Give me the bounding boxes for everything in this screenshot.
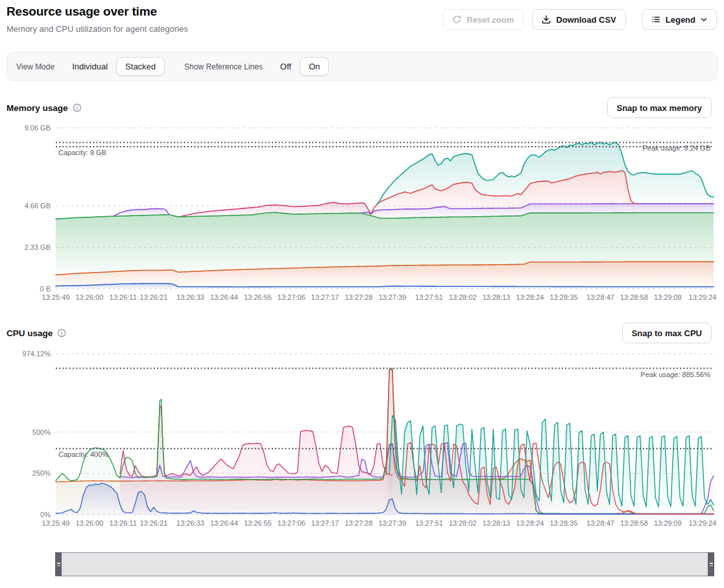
x-tick-label: 13:27:17: [311, 519, 339, 527]
reference-line-label: Capacity: 400%: [58, 450, 108, 458]
x-tick-label: 13:27:39: [378, 293, 406, 301]
page-title: Resource usage over time: [6, 5, 157, 19]
y-tick-label: 0 B: [40, 285, 51, 293]
reference-lines-label: Show Reference Lines: [184, 62, 263, 71]
x-tick-label: 13:27:39: [378, 519, 406, 527]
reference-lines-on[interactable]: On: [300, 57, 329, 76]
download-csv-label: Download CSV: [556, 15, 616, 25]
download-icon: [542, 15, 551, 24]
memory-section-title: Memory usage: [6, 103, 68, 113]
x-tick-label: 13:28:47: [586, 293, 614, 301]
x-tick-label: 13:27:51: [415, 519, 443, 527]
download-csv-button[interactable]: Download CSV: [532, 9, 625, 30]
x-tick-label: 13:29:09: [654, 293, 682, 301]
view-mode-label: View Mode: [16, 62, 54, 71]
dashboard: Resource usage over time Memory and CPU …: [0, 0, 724, 588]
cpu-section-title: CPU usage: [6, 328, 53, 338]
series: [56, 369, 714, 515]
x-tick-label: 13:28:24: [516, 519, 544, 527]
memory-section-header: Memory usage Snap to max memory: [6, 97, 712, 118]
x-tick-label: 13:29:24: [689, 519, 717, 527]
y-tick-label: 250%: [32, 469, 51, 477]
y-tick-label: 9.06 GB: [25, 124, 51, 132]
cpu-section-header: CPU usage Snap to max CPU: [6, 323, 712, 343]
y-tick-label: 4.66 GB: [25, 202, 51, 210]
reference-lines-off[interactable]: Off: [272, 58, 300, 75]
x-tick-label: 13:26:55: [244, 519, 272, 527]
x-tick-label: 13:28:35: [549, 293, 577, 301]
reference-line-label: Peak usage: 8.24 GB: [642, 144, 710, 152]
reference-line-label: Capacity: 8 GB: [58, 149, 106, 156]
x-tick-label: 13:28:13: [483, 519, 511, 527]
list-icon: [651, 15, 660, 24]
brush-handle-left[interactable]: [55, 552, 62, 576]
x-tick-label: 13:26:33: [176, 519, 204, 527]
x-tick-label: 13:25:49: [42, 293, 70, 301]
snap-to-max-cpu-button[interactable]: Snap to max CPU: [622, 323, 712, 343]
chevron-down-icon: [701, 18, 707, 22]
cpu-chart[interactable]: Peak usage: 885.56%Capacity: 400%974.12%…: [0, 345, 724, 540]
legend-label: Legend: [666, 15, 695, 25]
x-tick-label: 13:27:28: [344, 519, 372, 527]
x-tick-label: 13:26:44: [210, 293, 238, 301]
x-tick-label: 13:28:58: [620, 519, 648, 527]
brush-handle-right[interactable]: [708, 552, 714, 576]
x-tick-label: 13:26:00: [75, 293, 103, 301]
x-tick-label: 13:29:24: [689, 293, 717, 301]
reset-zoom-label: Reset zoom: [466, 15, 514, 25]
view-mode-stacked[interactable]: Stacked: [116, 57, 165, 76]
x-tick-label: 13:28:02: [449, 293, 477, 301]
time-range-brush[interactable]: [55, 552, 714, 576]
x-tick-label: 13:28:35: [549, 519, 577, 527]
y-tick-label: 0%: [40, 511, 51, 519]
x-tick-label: 13:26:55: [244, 293, 272, 301]
snap-to-max-memory-button[interactable]: Snap to max memory: [607, 97, 712, 118]
x-tick-label: 13:26:11: [110, 519, 137, 527]
x-tick-label: 13:29:09: [654, 519, 682, 527]
x-tick-label: 13:27:28: [344, 293, 372, 301]
x-tick-label: 13:27:17: [311, 293, 339, 301]
y-tick-label: 974.12%: [23, 350, 51, 358]
x-tick-label: 13:26:44: [210, 519, 238, 527]
series: [56, 142, 714, 289]
legend-button[interactable]: Legend: [642, 9, 717, 30]
chart-controls-bar: View Mode Individual Stacked Show Refere…: [6, 52, 718, 81]
x-tick-label: 13:26:33: [176, 293, 204, 301]
y-tick-label: 500%: [32, 428, 51, 436]
x-tick-label: 13:28:58: [620, 293, 648, 301]
x-tick-label: 13:28:13: [483, 293, 511, 301]
x-tick-label: 13:26:11: [110, 293, 137, 301]
x-tick-label: 13:28:02: [449, 519, 477, 527]
x-tick-label: 13:26:00: [75, 519, 103, 527]
top-button-row: Reset zoom Download CSV Legend: [442, 9, 717, 30]
view-mode-individual[interactable]: Individual: [64, 58, 116, 75]
info-icon[interactable]: [57, 328, 66, 337]
reset-zoom-button[interactable]: Reset zoom: [442, 9, 524, 30]
info-icon[interactable]: [73, 103, 82, 112]
x-tick-label: 13:27:06: [278, 519, 306, 527]
page-subtitle: Memory and CPU utilization for agent cat…: [6, 24, 188, 34]
x-tick-label: 13:26:21: [139, 293, 167, 301]
memory-chart[interactable]: Peak usage: 8.24 GBCapacity: 8 GB9.06 GB…: [0, 120, 724, 315]
refresh-icon: [452, 15, 461, 24]
reference-line-label: Peak usage: 885.56%: [640, 371, 710, 378]
x-tick-label: 13:26:21: [139, 519, 167, 527]
x-tick-label: 13:27:51: [415, 293, 443, 301]
y-tick-label: 2.33 GB: [25, 243, 51, 251]
x-tick-label: 13:28:24: [516, 293, 544, 301]
x-tick-label: 13:25:49: [42, 519, 70, 527]
x-tick-label: 13:28:47: [586, 519, 614, 527]
x-tick-label: 13:27:06: [278, 293, 306, 301]
